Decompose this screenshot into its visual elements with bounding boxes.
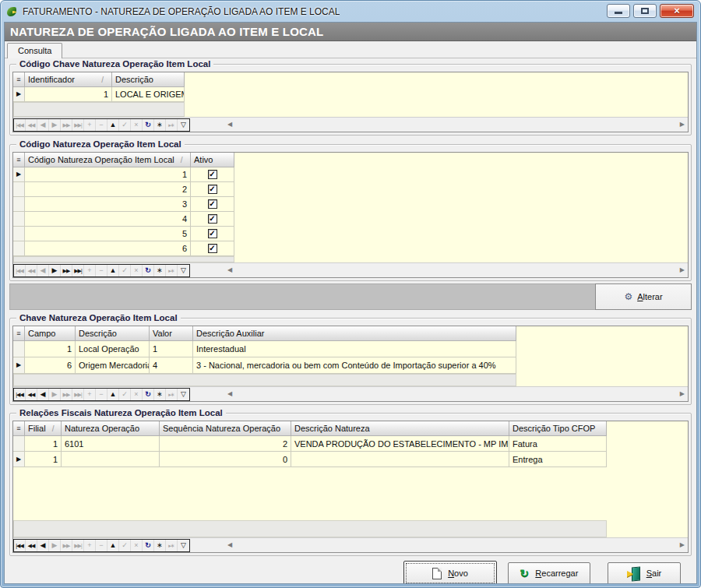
title-bar[interactable]: FATURAMENTO - NATUREZA DE OPERAÇÃO LIGAD… xyxy=(1,1,700,22)
grid4-hscrollbar[interactable]: ◀ ▶ xyxy=(190,539,688,552)
cell-filial[interactable]: 1 xyxy=(25,436,62,452)
minimize-button[interactable] xyxy=(607,4,630,18)
nav-filter-button[interactable]: ▽ xyxy=(178,389,189,400)
cell-descricao[interactable]: Origem Mercadoria xyxy=(76,357,150,374)
cell-ativo[interactable]: ✓ xyxy=(191,197,234,212)
grid4-row-2[interactable]: ▶ 1 0 Entrega xyxy=(13,452,688,467)
row-selector[interactable] xyxy=(13,227,25,241)
nav-next-button[interactable]: ▶ xyxy=(49,265,61,276)
cell-ativo[interactable]: ✓ xyxy=(191,182,234,197)
grid2-col-codigo[interactable]: Código Natureza Operação Item Local / xyxy=(25,153,191,167)
checkbox-checked[interactable]: ✓ xyxy=(208,229,217,238)
cell-descricao[interactable]: Local Operação xyxy=(76,341,150,357)
scroll-right-icon[interactable]: ▶ xyxy=(680,267,685,273)
cell-codigo[interactable]: 5 xyxy=(25,227,191,241)
grid3-selector-icon[interactable]: ≡ xyxy=(13,326,25,341)
nav-next-page-button[interactable]: ▶▶ xyxy=(61,119,72,131)
grid3-col-descricao[interactable]: Descrição xyxy=(76,326,150,341)
row-selector[interactable]: ▶ xyxy=(13,87,25,102)
cell-campo[interactable]: 1 xyxy=(25,341,76,357)
grid2-hscrollbar[interactable]: ◀ ▶ xyxy=(190,264,688,277)
cell-descricao[interactable]: LOCAL E ORIGEM xyxy=(112,87,185,102)
row-selector[interactable] xyxy=(13,341,25,357)
grid3-col-descricao-auxiliar[interactable]: Descrição Auxiliar xyxy=(193,326,516,341)
grid4-col-descricao-tipo-cfop[interactable]: Descrição Tipo CFOP xyxy=(509,421,607,436)
recarregar-button[interactable]: ↻ Recarregar xyxy=(508,562,590,584)
nav-save-bookmark-button[interactable]: ∗ xyxy=(154,389,166,400)
grid4-row-1[interactable]: 1 6101 2 VENDA PRODUÇÃO DO ESTABELECIMEN… xyxy=(13,436,688,452)
cell-descricao-natureza[interactable] xyxy=(291,452,509,467)
grid2-row-6[interactable]: 6 ✓ xyxy=(13,241,688,256)
scroll-left-icon[interactable]: ◀ xyxy=(227,267,232,273)
nav-prior-page-button[interactable]: ◀◀ xyxy=(26,265,37,276)
row-selector[interactable] xyxy=(13,182,25,197)
close-button[interactable]: × xyxy=(660,4,694,18)
checkbox-checked[interactable]: ✓ xyxy=(208,170,217,179)
row-selector[interactable]: ▶ xyxy=(13,452,25,467)
nav-save-bookmark-button[interactable]: ∗ xyxy=(154,119,166,131)
nav-prior-button[interactable]: ◀ xyxy=(37,119,49,131)
scroll-left-icon[interactable]: ◀ xyxy=(227,391,232,397)
nav-prior-button[interactable]: ◀ xyxy=(37,389,49,400)
nav-cancel-button[interactable]: × xyxy=(131,265,143,276)
cell-codigo[interactable]: 3 xyxy=(25,197,191,212)
nav-save-bookmark-button[interactable]: ∗ xyxy=(154,540,166,551)
nav-prior-page-button[interactable]: ◀◀ xyxy=(26,119,37,131)
nav-save-bookmark-button[interactable]: ∗ xyxy=(154,265,166,276)
row-selector[interactable] xyxy=(13,241,25,256)
nav-goto-bookmark-button[interactable]: ▸∗ xyxy=(166,265,178,276)
nav-insert-button[interactable]: + xyxy=(84,540,96,551)
cell-campo[interactable]: 6 xyxy=(25,357,76,374)
grid4-col-sequencia[interactable]: Sequência Natureza Operação xyxy=(160,421,291,436)
nav-next-button[interactable]: ▶ xyxy=(49,389,61,400)
row-selector[interactable] xyxy=(13,212,25,227)
nav-goto-bookmark-button[interactable]: ▸∗ xyxy=(166,389,178,400)
row-selector[interactable]: ▶ xyxy=(13,357,25,374)
tab-consulta[interactable]: Consulta xyxy=(7,43,62,58)
grid3-row-2[interactable]: ▶ 6 Origem Mercadoria 4 3 - Nacional, me… xyxy=(13,357,688,374)
nav-filter-button[interactable]: ▽ xyxy=(178,119,189,131)
cell-natureza-operacao[interactable] xyxy=(62,452,160,467)
grid4-col-filial[interactable]: Filial / xyxy=(25,421,62,436)
nav-filter-button[interactable]: ▽ xyxy=(178,265,189,276)
grid3-row-1[interactable]: 1 Local Operação 1 Interestadual xyxy=(13,341,688,357)
nav-delete-button[interactable]: − xyxy=(96,540,107,551)
grid3-hscrollbar[interactable]: ◀ ▶ xyxy=(190,388,688,401)
cell-natureza-operacao[interactable]: 6101 xyxy=(62,436,160,452)
cell-ativo[interactable]: ✓ xyxy=(191,212,234,227)
nav-post-button[interactable]: ✓ xyxy=(119,265,131,276)
nav-next-page-button[interactable]: ▶▶ xyxy=(61,540,72,551)
cell-codigo[interactable]: 6 xyxy=(25,241,191,256)
cell-sequencia[interactable]: 2 xyxy=(160,436,291,452)
scroll-right-icon[interactable]: ▶ xyxy=(680,391,685,397)
nav-cancel-button[interactable]: × xyxy=(131,540,143,551)
cell-descricao-tipo-cfop[interactable]: Fatura xyxy=(509,436,607,452)
nav-cancel-button[interactable]: × xyxy=(131,119,143,131)
cell-filial[interactable]: 1 xyxy=(25,452,62,467)
grid2-row-2[interactable]: 2 ✓ xyxy=(13,182,688,197)
grid2-row-5[interactable]: 5 ✓ xyxy=(13,227,688,241)
cell-identificador[interactable]: 1 xyxy=(25,87,112,102)
cell-codigo[interactable]: 4 xyxy=(25,212,191,227)
grid2-row-3[interactable]: 3 ✓ xyxy=(13,197,688,212)
nav-first-button[interactable]: |◀◀ xyxy=(14,389,26,400)
nav-filter-button[interactable]: ▽ xyxy=(178,540,189,551)
nav-edit-button[interactable]: ▲ xyxy=(107,265,119,276)
maximize-button[interactable] xyxy=(633,4,657,18)
nav-prior-page-button[interactable]: ◀◀ xyxy=(26,540,37,551)
cell-valor[interactable]: 4 xyxy=(150,357,193,374)
nav-post-button[interactable]: ✓ xyxy=(119,119,131,131)
grid4-col-descricao-natureza[interactable]: Descrição Natureza xyxy=(291,421,509,436)
nav-next-page-button[interactable]: ▶▶ xyxy=(61,265,72,276)
nav-refresh-button[interactable]: ↻ xyxy=(143,119,154,131)
nav-insert-button[interactable]: + xyxy=(84,119,96,131)
nav-first-button[interactable]: |◀◀ xyxy=(14,540,26,551)
nav-next-button[interactable]: ▶ xyxy=(49,119,61,131)
nav-last-button[interactable]: ▶▶| xyxy=(72,540,84,551)
nav-insert-button[interactable]: + xyxy=(84,389,96,400)
cell-descricao-auxiliar[interactable]: 3 - Nacional, mercadoria ou bem com Cont… xyxy=(193,357,516,374)
scroll-right-icon[interactable]: ▶ xyxy=(680,121,685,128)
nav-last-button[interactable]: ▶▶| xyxy=(72,389,84,400)
grid2-col-ativo[interactable]: Ativo xyxy=(191,153,234,167)
nav-edit-button[interactable]: ▲ xyxy=(107,389,119,400)
